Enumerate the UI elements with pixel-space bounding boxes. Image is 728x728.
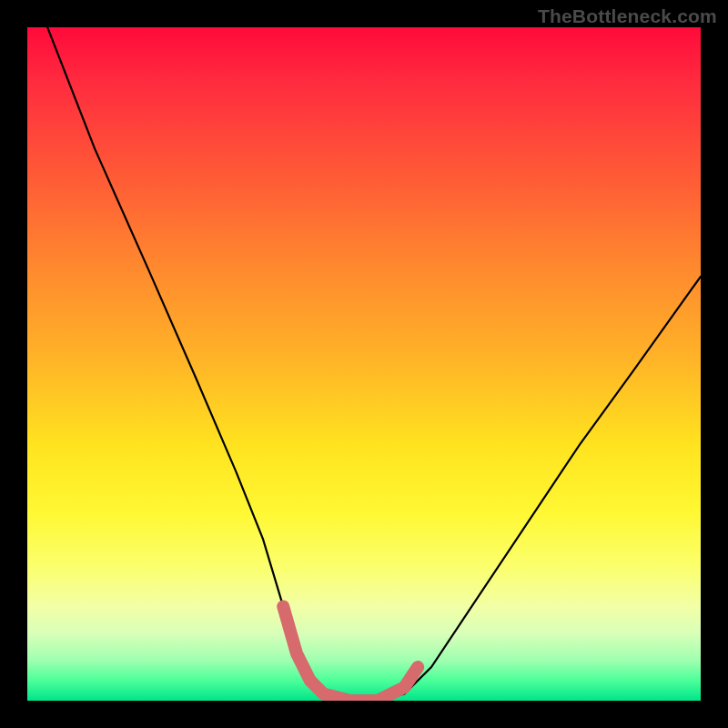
curve-layer xyxy=(27,27,701,701)
watermark-text: TheBottleneck.com xyxy=(538,5,717,27)
plot-area xyxy=(27,27,701,701)
bottleneck-curve xyxy=(47,27,701,701)
curve-bottom-highlight xyxy=(283,606,418,701)
chart-frame: TheBottleneck.com xyxy=(0,0,728,728)
